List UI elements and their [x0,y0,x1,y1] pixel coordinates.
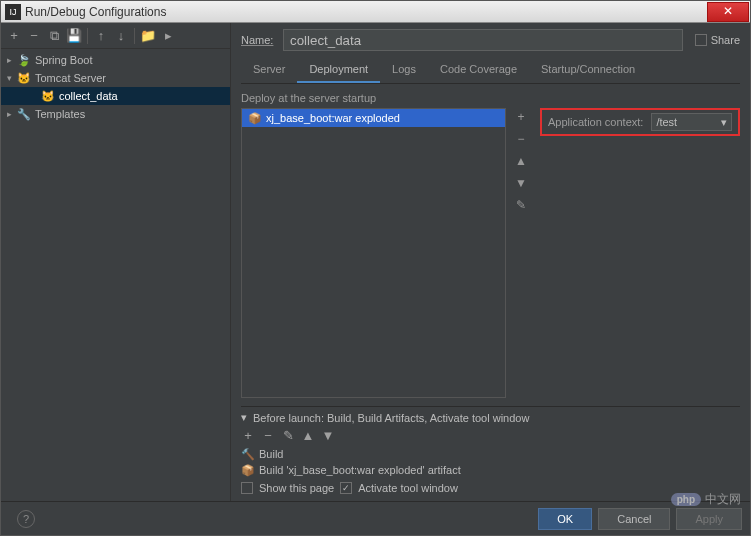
before-launch-header[interactable]: ▾ Before launch: Build, Build Artifacts,… [241,411,740,424]
copy-icon[interactable]: ⧉ [47,29,61,43]
before-launch-list: 🔨 Build 📦 Build 'xj_base_boot:war explod… [241,446,740,478]
main-panel: Name: Share Server Deployment Logs Code … [231,23,750,501]
bl-add-button[interactable]: + [241,428,255,442]
watermark: php 中文网 [671,491,741,508]
before-launch-toolbar: + − ✎ ▲ ▼ [241,424,740,446]
tree-item-collect-data[interactable]: 🐱 collect_data [1,87,230,105]
bl-remove-button[interactable]: − [261,428,275,442]
chevron-right-icon[interactable]: ▸ [7,109,17,119]
remove-icon[interactable]: − [27,29,41,43]
close-button[interactable]: ✕ [707,2,749,22]
window-title: Run/Debug Configurations [25,5,707,19]
apply-button[interactable]: Apply [676,508,742,530]
chevron-down-icon[interactable]: ▾ [7,73,17,83]
templates-icon: 🔧 [17,107,31,121]
tab-deployment[interactable]: Deployment [297,57,380,83]
app-icon: IJ [5,4,21,20]
artifact-down-button[interactable]: ▼ [515,176,527,190]
separator [134,28,135,44]
tab-server[interactable]: Server [241,57,297,83]
folder-icon[interactable]: 📁 [141,29,155,43]
spring-icon: 🍃 [17,53,31,67]
tree-label: collect_data [59,90,118,102]
appctx-dropdown[interactable]: /test ▾ [651,113,732,131]
appctx-label: Application context: [548,116,643,128]
save-icon[interactable]: 💾 [67,29,81,43]
name-input[interactable] [283,29,683,51]
tab-logs[interactable]: Logs [380,57,428,83]
hammer-icon: 🔨 [241,448,255,461]
divider [241,406,740,407]
application-context-highlight: Application context: /test ▾ [540,108,740,136]
task-label: Build 'xj_base_boot:war exploded' artifa… [259,464,461,476]
tabs: Server Deployment Logs Code Coverage Sta… [241,57,740,84]
artifact-list[interactable]: 📦 xj_base_boot:war exploded [241,108,506,398]
help-button[interactable]: ? [17,510,35,528]
tree-item-tomcat[interactable]: ▾ 🐱 Tomcat Server [1,69,230,87]
artifact-icon: 📦 [241,464,255,477]
task-row[interactable]: 📦 Build 'xj_base_boot:war exploded' arti… [241,462,740,478]
artifact-label: xj_base_boot:war exploded [266,112,400,124]
tree-label: Tomcat Server [35,72,106,84]
appctx-value: /test [656,116,677,128]
tab-startup[interactable]: Startup/Connection [529,57,647,83]
watermark-text: 中文网 [705,491,741,508]
wrench-icon[interactable]: ▸ [161,29,175,43]
before-launch-label: Before launch: Build, Build Artifacts, A… [253,412,529,424]
tree-label: Spring Boot [35,54,92,66]
name-label: Name: [241,34,283,46]
chevron-right-icon[interactable]: ▸ [7,55,17,65]
share-checkbox[interactable] [695,34,707,46]
show-page-checkbox[interactable] [241,482,253,494]
task-row[interactable]: 🔨 Build [241,446,740,462]
tab-code-coverage[interactable]: Code Coverage [428,57,529,83]
artifact-edit-button[interactable]: ✎ [516,198,526,212]
config-tree: ▸ 🍃 Spring Boot ▾ 🐱 Tomcat Server 🐱 coll… [1,49,230,501]
separator [87,28,88,44]
share-label: Share [711,34,740,46]
cancel-button[interactable]: Cancel [598,508,670,530]
activate-checkbox[interactable]: ✓ [340,482,352,494]
activate-label: Activate tool window [358,482,458,494]
chevron-down-icon[interactable]: ▾ [241,411,247,424]
tree-item-templates[interactable]: ▸ 🔧 Templates [1,105,230,123]
tomcat-icon: 🐱 [41,89,55,103]
tomcat-icon: 🐱 [17,71,31,85]
up-icon[interactable]: ↑ [94,29,108,43]
titlebar: IJ Run/Debug Configurations ✕ [1,1,750,23]
artifact-item[interactable]: 📦 xj_base_boot:war exploded [242,109,505,127]
ok-button[interactable]: OK [538,508,592,530]
artifact-up-button[interactable]: ▲ [515,154,527,168]
tree-item-spring-boot[interactable]: ▸ 🍃 Spring Boot [1,51,230,69]
tree-label: Templates [35,108,85,120]
task-label: Build [259,448,283,460]
sidebar: + − ⧉ 💾 ↑ ↓ 📁 ▸ ▸ 🍃 Spring Boot ▾ [1,23,231,501]
artifact-icon: 📦 [248,112,262,125]
chevron-down-icon: ▾ [721,116,727,129]
down-icon[interactable]: ↓ [114,29,128,43]
bl-edit-button[interactable]: ✎ [281,428,295,442]
php-badge: php [671,493,701,506]
sidebar-toolbar: + − ⧉ 💾 ↑ ↓ 📁 ▸ [1,23,230,49]
add-icon[interactable]: + [7,29,21,43]
bl-up-button[interactable]: ▲ [301,428,315,442]
share-option[interactable]: Share [695,34,740,46]
artifact-remove-button[interactable]: − [517,132,524,146]
artifact-add-button[interactable]: + [517,110,524,124]
artifact-buttons: + − ▲ ▼ ✎ [512,108,530,398]
deploy-section-label: Deploy at the server startup [241,92,740,104]
footer: ? OK Cancel Apply [1,501,750,535]
bl-down-button[interactable]: ▼ [321,428,335,442]
show-page-label: Show this page [259,482,334,494]
